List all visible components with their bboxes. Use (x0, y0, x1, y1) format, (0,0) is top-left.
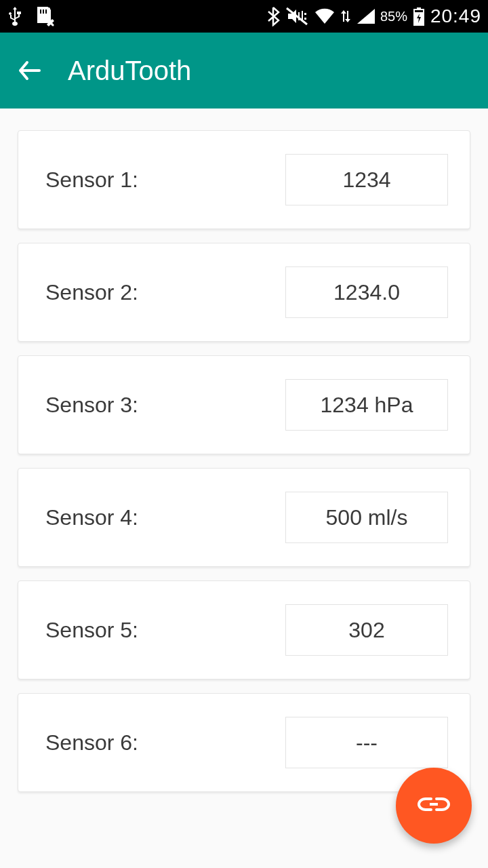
sensor-value[interactable]: 500 ml/s (285, 492, 448, 543)
wifi-icon (314, 7, 336, 25)
data-arrows-icon (341, 9, 350, 23)
bluetooth-icon (266, 6, 280, 26)
svg-rect-3 (45, 9, 47, 14)
sensor-label: Sensor 4: (45, 505, 138, 530)
sensor-card-5: Sensor 5: 302 (18, 580, 470, 679)
sensor-label: Sensor 1: (45, 167, 138, 193)
connect-fab[interactable] (396, 768, 472, 844)
sensor-card-6: Sensor 6: --- (18, 693, 470, 792)
sensor-value[interactable]: 1234 (285, 154, 448, 205)
sensor-value[interactable]: 1234.0 (285, 267, 448, 318)
sensor-list: Sensor 1: 1234 Sensor 2: 1234.0 Sensor 3… (0, 108, 488, 792)
sensor-label: Sensor 6: (45, 730, 138, 755)
svg-rect-2 (43, 9, 44, 14)
battery-percent: 85% (380, 9, 407, 24)
status-right: 85% 20:49 (266, 5, 481, 27)
sim-error-icon (35, 6, 54, 26)
status-time: 20:49 (430, 5, 481, 27)
sensor-label: Sensor 2: (45, 280, 138, 305)
link-icon (418, 796, 450, 815)
vibrate-mute-icon (285, 7, 308, 26)
cellular-signal-icon (356, 7, 375, 25)
back-button[interactable] (16, 57, 43, 84)
sensor-label: Sensor 3: (45, 393, 138, 418)
status-bar: 85% 20:49 (0, 0, 488, 33)
status-left (7, 5, 54, 27)
svg-rect-7 (417, 7, 421, 9)
battery-charging-icon (413, 7, 425, 26)
sensor-label: Sensor 5: (45, 618, 138, 643)
sensor-card-3: Sensor 3: 1234 hPa (18, 355, 470, 454)
sensor-value[interactable]: 1234 hPa (285, 379, 448, 431)
sensor-value[interactable]: 302 (285, 604, 448, 656)
usb-icon (7, 5, 23, 27)
svg-rect-1 (40, 9, 41, 14)
svg-rect-5 (304, 18, 306, 20)
sensor-card-4: Sensor 4: 500 ml/s (18, 468, 470, 567)
app-title: ArduTooth (68, 56, 191, 86)
app-bar: ArduTooth (0, 33, 488, 108)
sensor-value[interactable]: --- (285, 717, 448, 768)
sensor-card-1: Sensor 1: 1234 (18, 130, 470, 229)
svg-rect-4 (304, 13, 306, 15)
sensor-card-2: Sensor 2: 1234.0 (18, 243, 470, 342)
